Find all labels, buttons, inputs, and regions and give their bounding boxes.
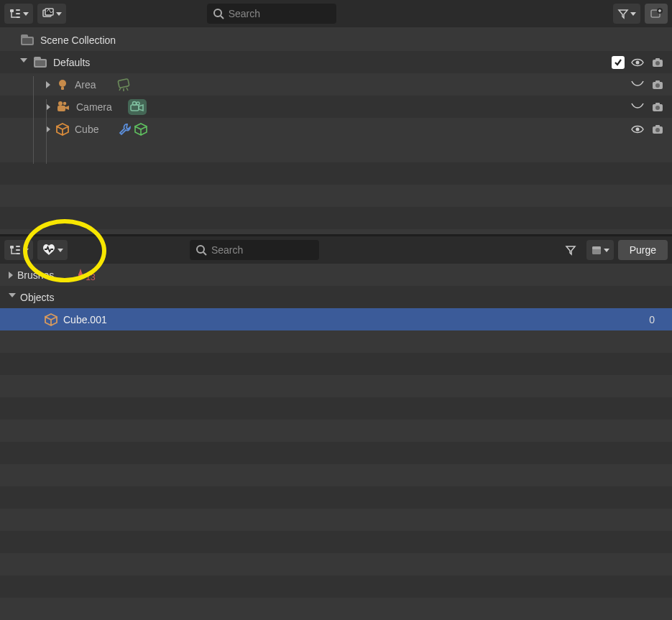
orphan-search[interactable] [190,240,319,260]
orphan-empty-area [0,330,672,620]
purge-button[interactable]: Purge [618,240,668,260]
svg-rect-29 [57,106,65,111]
orphan-row-selected[interactable]: Cube.001 0 [0,308,672,330]
include-toggle[interactable] [612,56,625,69]
selected-object-label: Cube.001 [63,314,107,325]
svg-point-38 [636,127,640,131]
area-light-data-icon[interactable] [116,78,131,91]
filter-button[interactable] [559,240,582,260]
orphan-data-mode-dropdown[interactable] [37,240,68,260]
svg-rect-40 [655,125,660,127]
purge-label: Purge [630,244,656,256]
svg-rect-12 [22,38,32,44]
svg-rect-14 [34,57,41,60]
svg-point-19 [655,61,660,65]
chevron-down-icon [56,12,62,16]
outliner-row-camera[interactable]: Camera [0,96,672,118]
defaults-label: Defaults [53,57,90,68]
svg-rect-18 [655,58,660,60]
svg-rect-49 [592,246,601,249]
filter-dropdown[interactable] [613,4,640,24]
svg-rect-27 [655,80,660,83]
orphan-row-objects[interactable]: Objects [0,286,672,308]
svg-point-41 [655,128,660,132]
outliner-row-scene-collection[interactable]: Scene Collection [0,29,672,51]
modifier-wrench-icon[interactable] [119,123,132,136]
object-label: Area [75,79,96,91]
object-label: Camera [76,101,112,113]
outliner-row-defaults[interactable]: Defaults [0,51,672,73]
add-collection-icon [650,7,663,20]
user-count: 0 [649,314,655,325]
outliner-empty-area [0,140,672,234]
svg-point-6 [214,9,221,17]
camera-icon[interactable] [650,55,665,70]
mesh-cube-icon [45,313,57,326]
orphan-data-header: Purge [0,236,672,264]
chevron-down-icon [23,12,29,16]
svg-point-16 [636,60,640,64]
disclosure-toggle[interactable] [46,81,50,88]
editor-type-dropdown-bottom[interactable] [4,240,33,260]
chevron-down-icon [23,249,29,252]
chevron-down-icon [57,249,63,252]
search-icon [195,244,207,256]
search-icon [213,8,224,19]
camera-icon[interactable] [650,78,665,92]
svg-rect-2 [16,13,20,14]
disclosure-toggle[interactable] [9,272,13,279]
svg-line-7 [221,16,224,19]
brushes-count: 13 [86,272,95,282]
camera-icon[interactable] [650,122,665,137]
svg-point-20 [59,80,66,87]
new-collection-button[interactable] [645,4,668,24]
svg-point-30 [58,101,63,106]
eye-closed-icon[interactable] [630,80,645,90]
outliner-row-area[interactable]: Area [0,73,672,96]
svg-line-25 [126,88,128,91]
editor-type-dropdown[interactable] [4,4,33,24]
orphan-search-input[interactable] [211,244,313,256]
movie-camera-icon [56,101,70,114]
collection-box-icon [20,34,34,47]
svg-rect-44 [16,249,20,251]
svg-rect-3 [16,17,20,18]
svg-rect-11 [21,34,28,38]
collection-icon [33,56,47,69]
mesh-data-icon[interactable] [134,123,147,136]
orphan-heart-icon [42,244,56,256]
svg-line-47 [203,252,206,255]
eye-closed-icon[interactable] [630,102,645,112]
svg-rect-42 [10,246,14,249]
svg-rect-15 [35,60,45,66]
disclosure-toggle[interactable] [20,58,27,66]
outliner-tree-icon [9,7,22,20]
outliner-header [0,0,672,27]
svg-point-34 [137,102,139,105]
eye-icon[interactable] [630,122,645,137]
svg-line-23 [119,88,121,91]
funnel-icon [565,244,576,256]
file-box-icon [591,244,602,256]
camera-icon[interactable] [650,100,665,114]
disclosure-toggle[interactable] [9,293,16,301]
svg-rect-43 [16,246,20,247]
mesh-cube-icon [56,123,69,136]
camera-data-icon[interactable] [128,99,147,115]
svg-point-33 [132,101,136,105]
objects-label: Objects [20,292,54,303]
svg-rect-1 [16,9,20,11]
outliner-search[interactable] [207,4,336,24]
svg-rect-22 [118,78,129,88]
funnel-icon [617,8,629,19]
outliner-row-cube[interactable]: Cube [0,118,672,140]
tree-guide-line [46,99,47,164]
outliner-search-input[interactable] [229,8,331,19]
display-mode-dropdown[interactable] [37,4,66,24]
filter-library-dropdown[interactable] [586,240,614,260]
eye-icon[interactable] [630,55,645,70]
orphan-row-brushes[interactable]: Brushes 13 [0,264,672,286]
orphan-tree: Brushes 13 Objects Cube.001 0 [0,264,672,620]
svg-point-37 [655,106,660,110]
chevron-down-icon [630,12,636,16]
